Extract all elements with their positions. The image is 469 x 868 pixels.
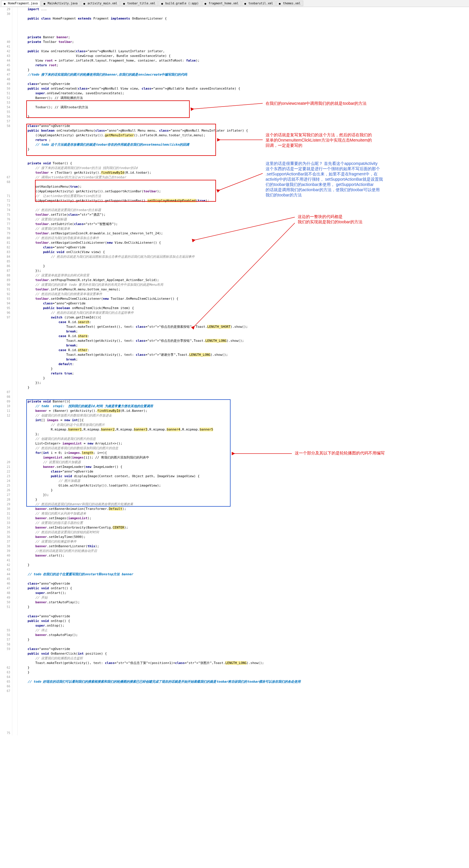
code-line[interactable]: class="anno">@Override <box>20 245 469 250</box>
code-line[interactable]: // 创建我们的存放图片的数组将我们的图片存放进去 <box>20 413 469 418</box>
code-line[interactable]: // 设置我们的副标题 <box>20 217 469 222</box>
code-line[interactable]: // 然后的话就是为我们的例查菜单项设置事件 <box>20 292 469 297</box>
code-line[interactable]: super.onViewCreated(view, savedInstanceS… <box>20 91 469 96</box>
code-line[interactable]: // todo 这个方法就是存放着我们的就是toobar存在的作用就是在我们的o… <box>20 143 469 147</box>
code-line[interactable]: return true; <box>20 371 469 376</box>
code-line[interactable] <box>20 390 469 395</box>
code-line[interactable] <box>20 675 469 679</box>
code-line[interactable] <box>20 259 469 264</box>
code-line[interactable]: // 然后的话就是为我们的返回图标添加点击事件这里的话我们就为我们的返回图标添加… <box>20 254 469 259</box>
code-line[interactable]: // 设置我们的导航菜单 <box>20 226 469 231</box>
code-line[interactable]: }; <box>20 432 469 437</box>
code-line[interactable]: banner.setImages(iamgesList); <box>20 516 469 521</box>
code-line[interactable]: banner.setIndicatorGravity(BannerConfig.… <box>20 525 469 530</box>
code-line[interactable] <box>20 30 469 35</box>
code-line[interactable]: Toast.makeText( getContext(), text: clas… <box>20 324 469 329</box>
code-line[interactable]: iamgesList.add(images[i]); // 将我们的图片添加到我… <box>20 455 469 460</box>
code-line[interactable]: ((AppCompatActivity) getActivity()).setS… <box>20 189 469 194</box>
code-line[interactable]: private Banner banner; <box>20 35 469 40</box>
code-line[interactable]: }); <box>20 380 469 385</box>
code-line[interactable]: import ... <box>20 7 469 12</box>
code-line[interactable]: }); <box>20 269 469 273</box>
code-line[interactable]: //然后的话就是我们的图片的轮播自动开启 <box>20 549 469 553</box>
code-line[interactable]: } <box>20 488 469 493</box>
code-line[interactable] <box>20 156 469 161</box>
code-line[interactable]: public void displayImage(Context context… <box>20 474 469 479</box>
tab-fragment-home[interactable]: ●fragment_home.xml <box>202 1 241 6</box>
code-line[interactable]: toolbar.inflateMenu(R.menu.bottom_nav_me… <box>20 287 469 292</box>
code-line[interactable]: } <box>20 115 469 119</box>
code-line[interactable]: Toast.makeText(getActivity(), text: clas… <box>20 339 469 343</box>
code-line[interactable]: } <box>20 670 469 675</box>
code-line[interactable]: } <box>20 367 469 371</box>
code-line[interactable]: banner.setOnBannerListener(this); <box>20 544 469 549</box>
code-line[interactable]: Toobar(); // 调用toobar的方法 <box>20 105 469 110</box>
tab-mainactivity[interactable]: ●MainActivity.java <box>41 1 80 6</box>
code-line[interactable]: // 设置我们的轮播监听事件 <box>20 539 469 544</box>
code-line[interactable]: // 然后的话就是将我们的的数组添加到我们的图片的信息 <box>20 446 469 451</box>
code-line[interactable] <box>20 77 469 82</box>
code-line[interactable]: private void Toobar() { <box>20 161 469 166</box>
code-line[interactable] <box>20 119 469 124</box>
code-line[interactable]: public void OnBannerClick(int position) … <box>20 651 469 656</box>
code-line[interactable]: ViewGroup container, Bundle savedInstanc… <box>20 54 469 58</box>
code-line[interactable]: // 设置菜单就是弹弹出的样式和背景 <box>20 273 469 278</box>
code-line[interactable]: banner.setDelayTime(5000); <box>20 535 469 539</box>
code-line[interactable]: // 设置我们的的菜单 todo 要另外在我们的菜单的布局文件中添加我们的就是M… <box>20 282 469 287</box>
code-line[interactable] <box>20 152 469 156</box>
code-line[interactable]: toolbar.setTitle(class="str">"酒店"); <box>20 213 469 217</box>
code-line[interactable]: Glide.with(getActivity()).load(path).int… <box>20 483 469 488</box>
code-line[interactable]: break; <box>20 357 469 362</box>
code-line[interactable]: ((AppCompatActivity) getActivity()).getM… <box>20 133 469 138</box>
code-line[interactable] <box>20 395 469 399</box>
code-line[interactable]: } <box>20 605 469 610</box>
code-line[interactable]: // todo 在我们的这个位置重写我们的onstart和onstop方法 ba… <box>20 572 469 577</box>
code-line[interactable]: // 在我们的这个位置存放我们的图片 <box>20 423 469 427</box>
code-line[interactable] <box>20 100 469 105</box>
code-line[interactable]: class="anno">@Override <box>20 581 469 586</box>
code-line[interactable]: banner.setImageLoader(new ImageLoader() … <box>20 465 469 469</box>
code-line[interactable]: // 设置我们的轮播图的点击监听 <box>20 656 469 661</box>
code-line[interactable]: super.onStop(); <box>20 623 469 628</box>
code-line[interactable] <box>20 642 469 647</box>
tab-toobar-title[interactable]: ●toobar_title.xml <box>121 1 158 6</box>
code-line[interactable]: toolbar.setSubtitle(class="str">"智慧城市"); <box>20 222 469 226</box>
code-line[interactable]: return root; <box>20 63 469 68</box>
code-line[interactable] <box>20 21 469 26</box>
code-line[interactable]: class="anno">@Override <box>20 82 469 86</box>
code-line[interactable]: // 接下来的话就是调用我们的toobar的方法 找到我们的toobar的Id <box>20 166 469 170</box>
code-line[interactable]: case R.id.other: <box>20 348 469 352</box>
code-line[interactable]: } <box>20 264 469 269</box>
code-line[interactable]: public void onViewCreated(class="anno">@… <box>20 86 469 91</box>
code-line[interactable]: public void onStop() { <box>20 619 469 623</box>
code-line[interactable]: // 停止 <box>20 628 469 633</box>
code-line[interactable]: public boolean onCreateOptionsMenu(class… <box>20 128 469 133</box>
code-line[interactable]: class="anno">@Override <box>20 614 469 619</box>
code-pane[interactable]: 在我们的onviewcreate中调用我们的的就是toobar的方法 这个的话就… <box>18 7 469 736</box>
code-line[interactable]: class="anno">@Override <box>20 124 469 128</box>
code-line[interactable]: public void onStart() { <box>20 586 469 591</box>
code-line[interactable]: // 让actionbar的位置看到action的方法 <box>20 194 469 198</box>
code-line[interactable]: // 然后的话就是我们的banner和我们的动画类自带的图片轮播效果 <box>20 502 469 507</box>
tab-themes[interactable]: ●themes.xml <box>276 1 303 6</box>
code-line[interactable]: case R.id.share: <box>20 334 469 339</box>
code-line[interactable]: // 设置我们的图片加载器 <box>20 460 469 465</box>
code-line[interactable]: // 调用actionbar的方法让actionbar设置为自己的toobar <box>20 175 469 180</box>
code-line[interactable] <box>20 180 469 184</box>
code-line[interactable]: private Toolbar toolbar; <box>20 40 469 44</box>
code-line[interactable]: } <box>20 68 469 72</box>
code-line[interactable] <box>20 110 469 115</box>
code-line[interactable]: // todo step1: 找到我们的就是Id,时间 为就是常量方便在其他的位… <box>20 404 469 409</box>
code-line[interactable]: return ; <box>20 138 469 143</box>
code-line[interactable]: toolbar.setOnMenuItemClickListener(new T… <box>20 297 469 301</box>
code-line[interactable]: class="anno">@Override <box>20 647 469 651</box>
code-line[interactable]: // 然后的话为我们的导航菜单添加点击事件 <box>20 236 469 241</box>
code-line[interactable]: R.mipmap.banner1,R.mipmap.banner2,R.mipm… <box>20 427 469 432</box>
code-line[interactable]: } <box>20 376 469 380</box>
code-line[interactable]: super.onStart(); <box>20 591 469 595</box>
code-line[interactable]: //todo 接下来的话实现我们的图片的轮播使用我们的banner,在我们的就是… <box>20 72 469 77</box>
code-line[interactable]: // 然后的话就是为我们的菜单项设置我们的点击监听事件 <box>20 311 469 315</box>
code-line[interactable]: Toast.makeText(getActivity(), text: clas… <box>20 661 469 665</box>
code-line[interactable] <box>20 26 469 30</box>
code-line[interactable]: case R.id.search: <box>20 320 469 324</box>
